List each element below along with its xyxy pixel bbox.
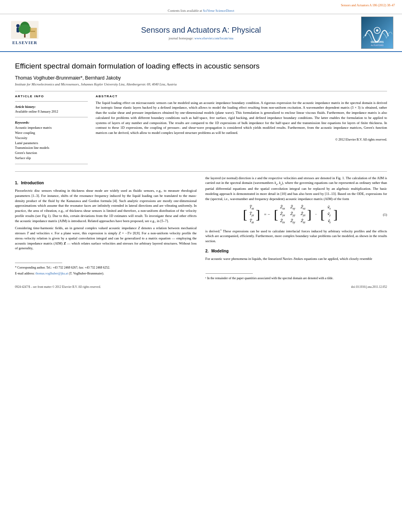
article-info-col: ARTICLE INFO Article history: Available … — [15, 95, 88, 167]
lhs-row-3: T̃zz — [248, 219, 255, 225]
rhs-row-3: ṽz — [326, 219, 333, 225]
z-row-1: Z̃xx Z̃xy Z̃xz — [279, 205, 306, 211]
z-row-3: Z̃zx Z̃zy Z̃zz — [279, 219, 306, 225]
svg-rect-8 — [361, 17, 393, 48]
modeling-number: 2. — [206, 249, 209, 253]
abstract-col: ABSTRACT The liquid loading effect on mi… — [96, 95, 387, 167]
equation-number: (1) — [375, 212, 387, 217]
history-label: Article history: — [15, 105, 36, 109]
article-info-label: ARTICLE INFO — [15, 95, 88, 98]
modeling-title: Modeling — [211, 249, 229, 253]
header: Sensors and Actuators A 186 (2012) 38–47… — [0, 0, 402, 52]
authors: Thomas Voglhuber-Brunnmaier*, Bernhard J… — [15, 75, 387, 81]
doi-text: doi:10.1016/j.sna.2011.12.052 — [351, 285, 387, 289]
body-section: 1. Introduction Piezoelectric disc senso… — [15, 176, 387, 282]
sensors-logo-graphic: SENSORS AcTUATORS — [361, 17, 393, 48]
z-zy: Z̃zy — [289, 219, 296, 225]
after-equation-text: is derived.1 These expressions can be us… — [206, 228, 387, 244]
affiliation: Institute for Microelectronics and Micro… — [15, 82, 387, 86]
body-left-col: 1. Introduction Piezoelectric disc senso… — [15, 176, 197, 282]
journal-title: Sensors and Actuators A: Physical — [43, 26, 359, 35]
keyword-7: Surface slip — [15, 156, 88, 161]
sensors-actuators-logo: SENSORS AcTUATORS — [361, 17, 393, 49]
bracket-left-3: [ — [320, 208, 325, 221]
eq-sign: = − — [264, 211, 270, 218]
z-yx: Z̃yx — [279, 211, 286, 218]
intro-title: Introduction — [21, 181, 44, 185]
footnote-1: ¹ In the remainder of the paper quantiti… — [206, 276, 387, 280]
email-label: E-mail address: — [15, 272, 35, 275]
issn-text: 0924-4247/$ – see front matter © 2012 El… — [15, 285, 101, 289]
sciverse-link[interactable]: SciVerse ScienceDirect — [203, 9, 234, 13]
footnote-divider-right — [206, 273, 253, 274]
bracket-right-1: ] — [256, 208, 260, 221]
z-xy: Z̃xy — [289, 205, 296, 211]
keywords-title: Keywords: — [15, 120, 88, 124]
footnote-section: * Corresponding author. Tel.: +43 732 24… — [15, 263, 197, 276]
article-number: Sensors and Actuators A 186 (2012) 38–47 — [0, 2, 402, 7]
sensors-logo-box: SENSORS AcTUATORS — [359, 17, 395, 49]
svg-text:⊞⊞⊞⊞: ⊞⊞⊞⊞ — [30, 31, 35, 32]
modeling-heading: 2. Modeling — [206, 248, 387, 254]
rhs-row-1: ṽx — [326, 205, 333, 211]
author-names: Thomas Voglhuber-Brunnmaier*, Bernhard J… — [15, 75, 121, 81]
keyword-6: Green's function — [15, 150, 88, 156]
lhs-matrix-content: T̃xz T̃yz T̃zz — [248, 205, 255, 225]
keyword-5: Transmission line models — [15, 145, 88, 150]
elsevier-tree-icon: ⊞⊞⊞⊞ — [11, 20, 39, 39]
svg-point-1 — [16, 24, 20, 28]
z-yz: Z̃yz — [299, 211, 306, 218]
rhs-cell-3: ṽz — [326, 219, 333, 225]
journal-homepage: journal homepage: www.elsevier.com/locat… — [43, 36, 359, 40]
intro-para-2: Considering time-harmonic fields, an in … — [15, 226, 197, 251]
bracket-left-2: [ — [274, 208, 278, 221]
article-title: Efficient spectral domain formulation of… — [15, 61, 387, 71]
right-para-1: the layered (or normal) direction is z a… — [206, 176, 387, 202]
bracket-right-3: ] — [333, 208, 338, 221]
lhs-row-1: T̃xz — [248, 205, 255, 211]
bracket-left-1: [ — [243, 208, 247, 221]
divider-end-info — [15, 164, 88, 164]
keyword-2: Wave coupling — [15, 130, 88, 135]
contents-bar: Contents lists available at SciVerse Sci… — [0, 7, 402, 14]
body-right-col: the layered (or normal) direction is z a… — [206, 176, 387, 282]
z-row-2: Z̃yx Z̃yy Z̃yz — [279, 211, 306, 218]
contents-text: Contents lists available at — [168, 9, 202, 13]
intro-para-1: Piezoelectric disc sensors vibrating in … — [15, 188, 197, 223]
keyword-3: Viscosity — [15, 135, 88, 141]
history-item: Article history: Available online 8 Janu… — [15, 105, 88, 114]
z-zz: Z̃zz — [299, 219, 306, 225]
homepage-link[interactable]: www.elsevier.com/locate/sna — [195, 36, 233, 40]
modeling-text: For acoustic wave phenomena in liquids, … — [206, 256, 387, 261]
svg-point-10 — [376, 29, 378, 32]
lhs-row-2: T̃yz — [248, 211, 255, 218]
homepage-text: journal homepage: — [169, 36, 194, 40]
divider-info — [15, 101, 88, 102]
article-meta-section: ARTICLE INFO Article history: Available … — [15, 95, 387, 167]
email-link[interactable]: thomas.voglhuber@jku.at — [35, 272, 68, 275]
rhs-row-2: ṽy — [326, 211, 333, 218]
svg-text:AcTUATORS: AcTUATORS — [371, 44, 384, 46]
available-online: Available online 8 January 2012 — [15, 109, 58, 113]
svg-point-5 — [19, 24, 31, 34]
footnote-star: * Corresponding author. Tel.: +43 732 24… — [15, 265, 197, 270]
page: Sensors and Actuators A 186 (2012) 38–47… — [0, 0, 402, 532]
lhs-cell-3: T̃zz — [248, 219, 255, 225]
dot-sign: · — [315, 211, 317, 218]
footer: 0924-4247/$ – see front matter © 2012 El… — [15, 285, 387, 289]
lhs-vector: [ T̃xz T̃yz T̃zz — [243, 205, 260, 225]
equation-1: [ T̃xz T̃yz T̃zz — [206, 205, 387, 225]
journal-header: ⊞⊞⊞⊞ ELSEVIER Sensors and Actuators A: P… — [0, 14, 402, 52]
copyright: © 2012 Elsevier B.V. All rights reserved… — [96, 138, 387, 141]
z-xx: Z̃xx — [279, 205, 286, 211]
z-matrix: [ Z̃xx Z̃xy Z̃xz Z̃yx Z̃yy — [274, 205, 311, 225]
elsevier-logo: ⊞⊞⊞⊞ ELSEVIER — [7, 20, 43, 45]
rhs-cell-2: ṽy — [326, 211, 333, 218]
keywords-list: Acoustic impedance matrix Wave coupling … — [15, 125, 88, 160]
svg-text:SENSORS: SENSORS — [371, 41, 384, 43]
divider-1 — [15, 91, 387, 91]
rhs-vector: [ ṽx ṽy ṽz — [320, 205, 337, 225]
abstract-text: The liquid loading effect on microacoust… — [96, 100, 387, 135]
rhs-matrix-content: ṽx ṽy ṽz — [326, 205, 333, 225]
lhs-cell-1: T̃xz — [248, 205, 255, 211]
